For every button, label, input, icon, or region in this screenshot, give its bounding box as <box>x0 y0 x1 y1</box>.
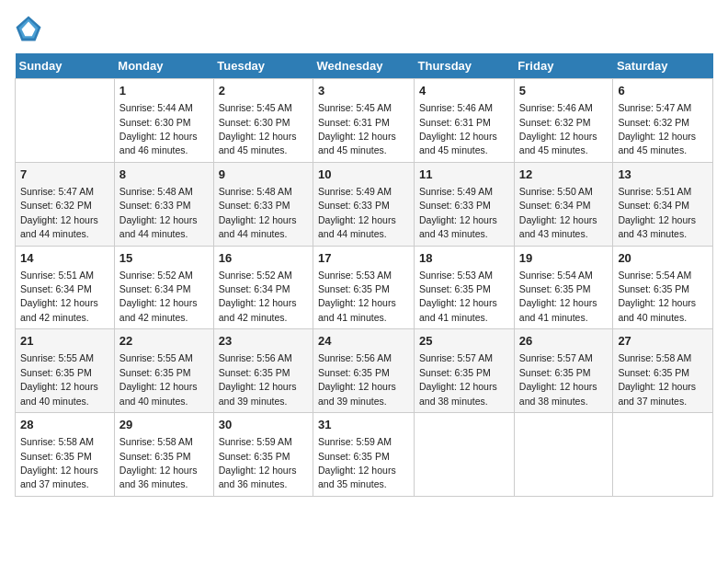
sunset-text: Sunset: 6:35 PM <box>318 451 390 462</box>
sunrise-text: Sunrise: 5:47 AM <box>618 102 691 113</box>
sunset-text: Sunset: 6:34 PM <box>519 200 591 211</box>
daylight-text: Daylight: 12 hours and 42 minutes. <box>20 297 98 322</box>
sunset-text: Sunset: 6:32 PM <box>20 200 92 211</box>
sunset-text: Sunset: 6:33 PM <box>219 200 290 211</box>
calendar-cell: 7 Sunrise: 5:47 AM Sunset: 6:32 PM Dayli… <box>16 162 115 246</box>
day-number: 16 <box>219 250 308 267</box>
sunrise-text: Sunrise: 5:51 AM <box>618 186 691 197</box>
calendar-cell: 5 Sunrise: 5:46 AM Sunset: 6:32 PM Dayli… <box>514 79 613 163</box>
day-number: 7 <box>20 167 109 183</box>
calendar-cell: 4 Sunrise: 5:46 AM Sunset: 6:31 PM Dayli… <box>415 79 515 163</box>
sunrise-text: Sunrise: 5:45 AM <box>219 102 292 113</box>
day-number: 11 <box>419 167 509 183</box>
sunset-text: Sunset: 6:34 PM <box>219 283 290 294</box>
day-number: 3 <box>318 83 409 99</box>
calendar-cell: 26 Sunrise: 5:57 AM Sunset: 6:35 PM Dayl… <box>514 329 613 413</box>
sunset-text: Sunset: 6:32 PM <box>618 117 689 128</box>
sunrise-text: Sunrise: 5:59 AM <box>318 436 392 447</box>
col-header-tuesday: Tuesday <box>213 53 313 79</box>
daylight-text: Daylight: 12 hours and 44 minutes. <box>20 214 98 239</box>
sunset-text: Sunset: 6:35 PM <box>119 451 191 462</box>
calendar-cell: 24 Sunrise: 5:56 AM Sunset: 6:35 PM Dayl… <box>313 329 415 413</box>
sunrise-text: Sunrise: 5:58 AM <box>20 436 94 447</box>
sunset-text: Sunset: 6:33 PM <box>419 200 491 211</box>
col-header-monday: Monday <box>114 53 213 79</box>
daylight-text: Daylight: 12 hours and 45 minutes. <box>219 131 297 155</box>
calendar-cell: 25 Sunrise: 5:57 AM Sunset: 6:35 PM Dayl… <box>415 329 515 413</box>
sunset-text: Sunset: 6:35 PM <box>219 451 290 462</box>
calendar-cell: 11 Sunrise: 5:49 AM Sunset: 6:33 PM Dayl… <box>415 162 515 246</box>
day-number: 12 <box>519 167 609 183</box>
sunset-text: Sunset: 6:35 PM <box>519 283 591 294</box>
calendar-cell: 15 Sunrise: 5:52 AM Sunset: 6:34 PM Dayl… <box>114 246 213 329</box>
sunset-text: Sunset: 6:30 PM <box>219 117 290 128</box>
col-header-saturday: Saturday <box>613 53 713 79</box>
calendar-cell: 19 Sunrise: 5:54 AM Sunset: 6:35 PM Dayl… <box>514 246 613 329</box>
sunset-text: Sunset: 6:35 PM <box>618 367 689 378</box>
sunrise-text: Sunrise: 5:53 AM <box>318 270 392 281</box>
sunrise-text: Sunrise: 5:53 AM <box>419 270 493 281</box>
calendar-cell: 14 Sunrise: 5:51 AM Sunset: 6:34 PM Dayl… <box>16 246 115 329</box>
sunset-text: Sunset: 6:35 PM <box>419 367 491 378</box>
day-number: 26 <box>519 333 609 350</box>
calendar-cell: 9 Sunrise: 5:48 AM Sunset: 6:33 PM Dayli… <box>213 162 313 246</box>
sunset-text: Sunset: 6:30 PM <box>119 117 191 128</box>
calendar-cell: 12 Sunrise: 5:50 AM Sunset: 6:34 PM Dayl… <box>514 162 613 246</box>
daylight-text: Daylight: 12 hours and 37 minutes. <box>20 465 98 489</box>
sunset-text: Sunset: 6:31 PM <box>419 117 491 128</box>
sunrise-text: Sunrise: 5:52 AM <box>119 270 193 281</box>
day-number: 24 <box>318 333 409 350</box>
daylight-text: Daylight: 12 hours and 38 minutes. <box>519 381 597 406</box>
day-number: 15 <box>119 250 209 267</box>
calendar-table: SundayMondayTuesdayWednesdayThursdayFrid… <box>15 53 713 497</box>
sunrise-text: Sunrise: 5:52 AM <box>219 270 292 281</box>
day-number: 9 <box>219 167 308 183</box>
sunset-text: Sunset: 6:31 PM <box>318 117 390 128</box>
sunrise-text: Sunrise: 5:45 AM <box>318 102 392 113</box>
sunrise-text: Sunrise: 5:46 AM <box>419 102 493 113</box>
day-number: 28 <box>20 417 109 433</box>
sunrise-text: Sunrise: 5:55 AM <box>20 352 94 363</box>
page-header <box>15 15 713 42</box>
day-number: 21 <box>20 333 109 350</box>
daylight-text: Daylight: 12 hours and 46 minutes. <box>119 131 198 155</box>
calendar-cell: 23 Sunrise: 5:56 AM Sunset: 6:35 PM Dayl… <box>213 329 313 413</box>
calendar-cell: 6 Sunrise: 5:47 AM Sunset: 6:32 PM Dayli… <box>613 79 713 163</box>
day-number: 19 <box>519 250 609 267</box>
logo <box>15 15 46 42</box>
sunrise-text: Sunrise: 5:48 AM <box>119 186 193 197</box>
sunrise-text: Sunrise: 5:50 AM <box>519 186 593 197</box>
calendar-cell: 3 Sunrise: 5:45 AM Sunset: 6:31 PM Dayli… <box>313 79 415 163</box>
sunrise-text: Sunrise: 5:54 AM <box>618 270 691 281</box>
calendar-cell: 2 Sunrise: 5:45 AM Sunset: 6:30 PM Dayli… <box>213 79 313 163</box>
sunset-text: Sunset: 6:35 PM <box>419 283 491 294</box>
daylight-text: Daylight: 12 hours and 42 minutes. <box>219 297 297 322</box>
day-number: 27 <box>618 333 708 350</box>
sunset-text: Sunset: 6:35 PM <box>519 367 591 378</box>
daylight-text: Daylight: 12 hours and 41 minutes. <box>519 297 597 322</box>
calendar-cell: 16 Sunrise: 5:52 AM Sunset: 6:34 PM Dayl… <box>213 246 313 329</box>
daylight-text: Daylight: 12 hours and 41 minutes. <box>419 297 497 322</box>
column-headers: SundayMondayTuesdayWednesdayThursdayFrid… <box>16 53 713 79</box>
week-row-3: 14 Sunrise: 5:51 AM Sunset: 6:34 PM Dayl… <box>16 246 713 329</box>
col-header-thursday: Thursday <box>415 53 515 79</box>
calendar-cell: 17 Sunrise: 5:53 AM Sunset: 6:35 PM Dayl… <box>313 246 415 329</box>
day-number: 31 <box>318 417 409 433</box>
sunset-text: Sunset: 6:35 PM <box>618 283 689 294</box>
day-number: 22 <box>119 333 209 350</box>
daylight-text: Daylight: 12 hours and 35 minutes. <box>318 465 396 489</box>
daylight-text: Daylight: 12 hours and 37 minutes. <box>618 381 696 406</box>
calendar-cell <box>415 413 515 497</box>
daylight-text: Daylight: 12 hours and 36 minutes. <box>119 465 198 489</box>
sunset-text: Sunset: 6:33 PM <box>119 200 191 211</box>
sunrise-text: Sunrise: 5:58 AM <box>618 352 691 363</box>
calendar-cell: 31 Sunrise: 5:59 AM Sunset: 6:35 PM Dayl… <box>313 413 415 497</box>
calendar-cell: 10 Sunrise: 5:49 AM Sunset: 6:33 PM Dayl… <box>313 162 415 246</box>
day-number: 18 <box>419 250 509 267</box>
calendar-cell: 22 Sunrise: 5:55 AM Sunset: 6:35 PM Dayl… <box>114 329 213 413</box>
day-number: 20 <box>618 250 708 267</box>
calendar-cell: 8 Sunrise: 5:48 AM Sunset: 6:33 PM Dayli… <box>114 162 213 246</box>
day-number: 30 <box>219 417 308 433</box>
day-number: 6 <box>618 83 708 99</box>
sunset-text: Sunset: 6:34 PM <box>20 283 92 294</box>
